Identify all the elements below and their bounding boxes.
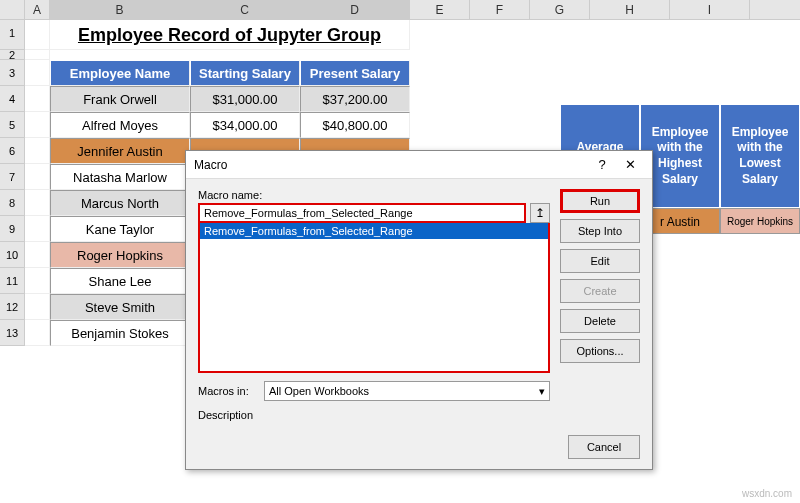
row-3[interactable]: 3 [0,60,25,86]
table-cell-name[interactable]: Natasha Marlow [50,164,190,190]
dialog-title-text: Macro [194,158,588,172]
page-title[interactable]: Employee Record of Jupyter Group [50,20,410,50]
step-into-button[interactable]: Step Into [560,219,640,243]
row-1[interactable]: 1 [0,20,25,50]
col-f[interactable]: F [470,0,530,19]
macros-in-label: Macros in: [198,385,258,397]
macro-dialog: Macro ? ✕ Macro name: ↥ Remove_Formulas_… [185,150,653,470]
th-employee-name[interactable]: Employee Name [50,60,190,86]
table-cell-name[interactable]: Steve Smith [50,294,190,320]
watermark: wsxdn.com [742,488,792,499]
table-cell-name[interactable]: Frank Orwell [50,86,190,112]
col-e[interactable]: E [410,0,470,19]
table-cell-name[interactable]: Benjamin Stokes [50,320,190,346]
macro-name-input[interactable] [198,203,526,223]
th-starting-salary[interactable]: Starting Salary [190,60,300,86]
macro-list-item[interactable]: Remove_Formulas_from_Selected_Range [200,223,548,239]
row-7[interactable]: 7 [0,164,25,190]
table-cell-name[interactable]: Alfred Moyes [50,112,190,138]
macro-name-label: Macro name: [198,189,550,201]
row-4[interactable]: 4 [0,86,25,112]
row-12[interactable]: 12 [0,294,25,320]
dialog-titlebar[interactable]: Macro ? ✕ [186,151,652,179]
col-g[interactable]: G [530,0,590,19]
select-all-corner[interactable] [0,0,25,19]
col-c[interactable]: C [190,0,300,19]
table-cell-start[interactable]: $31,000.00 [190,86,300,112]
table-cell-present[interactable]: $40,800.00 [300,112,410,138]
table-cell-start[interactable]: $34,000.00 [190,112,300,138]
cancel-button[interactable]: Cancel [568,435,640,459]
column-headers: A B C D E F G H I [0,0,800,20]
close-icon[interactable]: ✕ [616,157,644,172]
th-present-salary[interactable]: Present Salary [300,60,410,86]
edit-button[interactable]: Edit [560,249,640,273]
row-10[interactable]: 10 [0,242,25,268]
row-9[interactable]: 9 [0,216,25,242]
macros-in-select[interactable]: All Open Workbooks ▾ [264,381,550,401]
col-b[interactable]: B [50,0,190,19]
side-header-lowest[interactable]: Employee with the Lowest Salary [720,104,800,208]
macro-refedit-icon[interactable]: ↥ [530,203,550,223]
description-label: Description [198,409,550,421]
row-11[interactable]: 11 [0,268,25,294]
create-button: Create [560,279,640,303]
help-icon[interactable]: ? [588,157,616,172]
chevron-down-icon: ▾ [539,385,545,398]
row-8[interactable]: 8 [0,190,25,216]
table-cell-name[interactable]: Shane Lee [50,268,190,294]
table-cell-name[interactable]: Marcus North [50,190,190,216]
table-cell-name[interactable]: Roger Hopkins [50,242,190,268]
side-value-lowest[interactable]: Roger Hopkins [720,208,800,234]
col-d[interactable]: D [300,0,410,19]
row-5[interactable]: 5 [0,112,25,138]
options-button[interactable]: Options... [560,339,640,363]
col-i[interactable]: I [670,0,750,19]
table-cell-name[interactable]: Kane Taylor [50,216,190,242]
row-13[interactable]: 13 [0,320,25,346]
macro-listbox[interactable]: Remove_Formulas_from_Selected_Range [198,223,550,373]
col-h[interactable]: H [590,0,670,19]
row-6[interactable]: 6 [0,138,25,164]
col-a[interactable]: A [25,0,50,19]
table-cell-present[interactable]: $37,200.00 [300,86,410,112]
run-button[interactable]: Run [560,189,640,213]
delete-button[interactable]: Delete [560,309,640,333]
table-cell-name[interactable]: Jennifer Austin [50,138,190,164]
row-2[interactable]: 2 [0,50,25,60]
